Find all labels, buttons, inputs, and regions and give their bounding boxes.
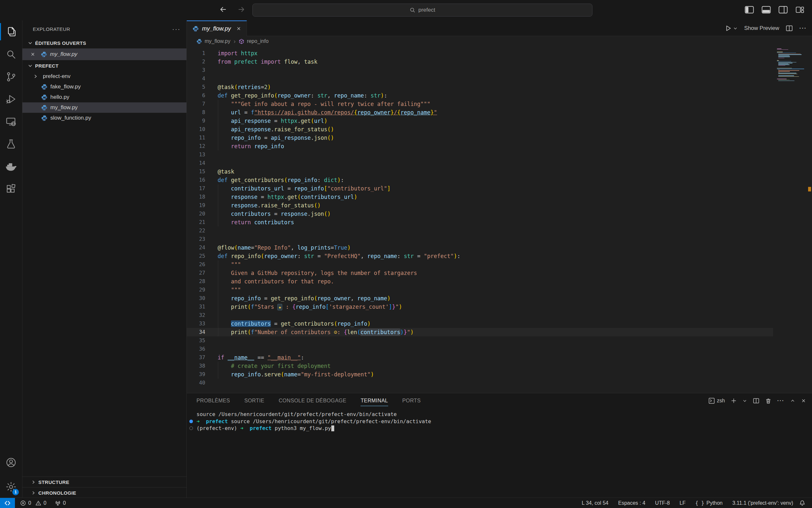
sidebar-item-run-debug[interactable] bbox=[0, 88, 22, 110]
command-decoration-hollow[interactable] bbox=[189, 426, 193, 430]
status-item-lf[interactable]: LF bbox=[679, 500, 686, 506]
code-token: : bbox=[311, 92, 317, 99]
code-token: get_contributors bbox=[281, 321, 334, 327]
code-line-content: contributors = get_contributors(repo_inf… bbox=[218, 320, 773, 328]
settings-button[interactable]: 1 bbox=[0, 475, 22, 498]
sidebar-item-search[interactable] bbox=[0, 43, 22, 65]
notifications-bell-icon[interactable] bbox=[799, 500, 806, 506]
status-item-python[interactable]: { }Python bbox=[696, 500, 723, 506]
sidebar-item-testing[interactable] bbox=[0, 133, 22, 155]
terminal-line: source /Users/henricourdent/git/prefect/… bbox=[196, 411, 812, 418]
minimap[interactable] bbox=[777, 48, 807, 82]
code-token: : bbox=[364, 92, 370, 99]
problems-status[interactable]: 0 0 bbox=[20, 500, 46, 506]
code-line-content: contributors_url = repo_info["contributo… bbox=[218, 184, 773, 193]
code-line-content: """ bbox=[218, 286, 773, 294]
panel-tab-sortie[interactable]: SORTIE bbox=[244, 393, 265, 408]
customize-layout-icon[interactable] bbox=[795, 5, 805, 15]
split-terminal-icon[interactable] bbox=[753, 397, 759, 404]
tree-item-slow-function-py[interactable]: slow_function.py bbox=[22, 113, 186, 123]
code-token: : bbox=[317, 177, 324, 183]
breadcrumb[interactable]: my_flow.py › repo_info bbox=[187, 36, 812, 46]
kill-terminal-icon[interactable] bbox=[765, 398, 771, 404]
code-token: ( bbox=[234, 244, 237, 251]
breadcrumb-symbol[interactable]: repo_info bbox=[247, 38, 269, 44]
open-editor-label: my_flow.py bbox=[50, 51, 77, 57]
section-chronologie[interactable]: CHRONOLOGIE bbox=[22, 487, 186, 498]
new-terminal-icon[interactable] bbox=[731, 398, 737, 404]
run-dropdown-icon[interactable] bbox=[733, 26, 737, 31]
project-section-header[interactable]: PREFECT bbox=[22, 60, 186, 71]
activity-bar: 1 bbox=[0, 20, 22, 498]
open-editor-item[interactable]: my_flow.py bbox=[22, 48, 186, 60]
run-python-file-button[interactable] bbox=[725, 25, 737, 32]
tree-item-prefect-env[interactable]: prefect-env bbox=[22, 71, 186, 82]
remote-indicator[interactable] bbox=[0, 498, 15, 508]
accounts-button[interactable] bbox=[0, 451, 22, 473]
tree-item-my-flow-py[interactable]: my_flow.py bbox=[22, 102, 186, 113]
minimap-line bbox=[777, 60, 779, 61]
go-forward-button[interactable] bbox=[236, 5, 246, 14]
code-token: get_repo_info bbox=[231, 92, 274, 99]
code-line-content bbox=[218, 235, 773, 244]
code-token bbox=[218, 278, 231, 285]
ports-status[interactable]: 0 bbox=[55, 500, 66, 506]
open-editors-section-header[interactable]: ÉDITEURS OUVERTS bbox=[22, 37, 186, 48]
sidebar-item-extensions[interactable] bbox=[0, 177, 22, 200]
code-line: 24@flow(name="Repo Info", log_prints=Tru… bbox=[187, 244, 773, 252]
sidebar-item-docker[interactable] bbox=[0, 155, 22, 177]
code-token: httpx bbox=[241, 50, 257, 56]
panel-more-actions[interactable]: ··· bbox=[777, 398, 784, 404]
ports-count: 0 bbox=[63, 500, 66, 506]
code-token: @flow bbox=[218, 244, 234, 251]
show-preview-button[interactable]: Show Preview bbox=[744, 25, 779, 32]
tree-item-fake-flow-py[interactable]: fake_flow.py bbox=[22, 82, 186, 92]
sidebar-item-remote-explorer[interactable] bbox=[0, 110, 22, 133]
tree-item-hello-py[interactable]: hello.py bbox=[22, 92, 186, 102]
code-token: raise_for_status bbox=[261, 202, 314, 209]
status-item-l-34-col-54[interactable]: L 34, col 54 bbox=[582, 500, 608, 506]
minimap-line bbox=[778, 70, 799, 71]
status-item-espaces-4[interactable]: Espaces : 4 bbox=[618, 500, 646, 506]
code-token: "prefect" bbox=[424, 253, 454, 259]
section-structure[interactable]: STRUCTURE bbox=[22, 476, 186, 487]
code-editor[interactable]: 1import httpx2from prefect import flow, … bbox=[187, 46, 812, 393]
code-token: repo_name bbox=[334, 92, 364, 99]
editor-more-actions[interactable]: ··· bbox=[799, 25, 807, 32]
terminal[interactable]: source /Users/henricourdent/git/prefect/… bbox=[187, 408, 812, 498]
command-decoration-filled[interactable] bbox=[189, 420, 193, 423]
close-panel-icon[interactable] bbox=[801, 398, 806, 404]
go-back-button[interactable] bbox=[218, 5, 228, 14]
status-item-3-11-1-prefect-env-venv-[interactable]: 3.11.1 ('prefect-env': venv) bbox=[732, 500, 793, 506]
close-editor-icon[interactable] bbox=[30, 52, 35, 57]
code-token bbox=[218, 202, 231, 209]
toggle-sidebar-icon[interactable] bbox=[745, 5, 754, 15]
panel-tab-ports[interactable]: PORTS bbox=[402, 393, 421, 408]
split-editor-icon[interactable] bbox=[786, 25, 793, 32]
line-number: 36 bbox=[187, 345, 218, 353]
line-number: 12 bbox=[187, 142, 218, 151]
panel-tab-terminal[interactable]: TERMINAL bbox=[361, 393, 388, 408]
line-number: 30 bbox=[187, 294, 218, 303]
code-token: . bbox=[271, 126, 274, 133]
terminal-dropdown-icon[interactable] bbox=[743, 398, 747, 403]
panel-tab-console-de-d-bogage[interactable]: CONSOLE DE DÉBOGAGE bbox=[279, 393, 346, 408]
explorer-more-actions[interactable]: ··· bbox=[172, 25, 181, 33]
maximize-panel-icon[interactable] bbox=[790, 398, 795, 404]
tab-my-flow[interactable]: my_flow.py bbox=[187, 20, 247, 36]
code-token: : bbox=[384, 92, 387, 99]
terminal-shell-selector[interactable]: zsh bbox=[708, 397, 725, 404]
breadcrumb-file[interactable]: my_flow.py bbox=[205, 38, 230, 44]
command-center-search[interactable]: prefect bbox=[252, 4, 592, 16]
status-item-utf-8[interactable]: UTF-8 bbox=[655, 500, 670, 506]
toggle-secondary-sidebar-icon[interactable] bbox=[778, 5, 788, 15]
bottom-panel: PROBLÈMESSORTIECONSOLE DE DÉBOGAGETERMIN… bbox=[187, 393, 812, 498]
code-token: repo_name bbox=[367, 253, 397, 259]
toggle-panel-icon[interactable] bbox=[761, 5, 771, 15]
sidebar-item-explorer[interactable] bbox=[0, 20, 22, 43]
close-tab-icon[interactable] bbox=[236, 26, 241, 31]
panel-tab-probl-mes[interactable]: PROBLÈMES bbox=[196, 393, 230, 408]
sidebar-item-source-control[interactable] bbox=[0, 65, 22, 88]
explorer-sidebar: EXPLORATEUR ··· ÉDITEURS OUVERTS my_flow… bbox=[22, 20, 187, 498]
code-line-content bbox=[218, 311, 773, 320]
